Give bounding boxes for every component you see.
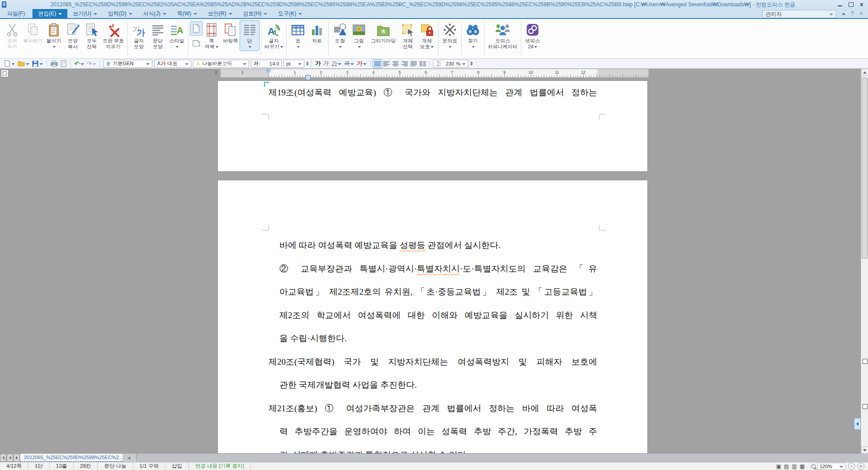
redo-button[interactable]: ↷ — [85, 60, 98, 68]
menu-item[interactable]: 도구(K) — [273, 9, 307, 18]
document-line[interactable]: 제21조(홍보) ① 여성가족부장관은 관계 법률에서 정하는 바에 따라 여성… — [269, 397, 597, 420]
document-line[interactable]: 제20조(국제협력) 국가 및 지방자치단체는 여성폭력방지 및 피해자 보호에 — [269, 350, 597, 374]
font-color-button[interactable]: 가 — [355, 60, 368, 68]
save-button[interactable] — [31, 60, 44, 68]
strikethrough-button[interactable]: 과 — [343, 60, 355, 68]
unit-dropdown[interactable]: pt — [283, 60, 304, 68]
new-document-button[interactable] — [3, 60, 16, 68]
para-shape-button[interactable]: 문단 모양 — [148, 21, 167, 51]
scroll-marker[interactable] — [863, 404, 868, 409]
tab-scroll-right-button[interactable] — [14, 454, 20, 462]
vertical-scrollbar[interactable] — [861, 69, 868, 454]
line-spacing-stepper[interactable] — [470, 61, 473, 66]
style-button[interactable]: A 스타일 — [167, 21, 186, 51]
menu-item[interactable]: 서식(J) — [138, 9, 172, 18]
horizontal-ruler[interactable]: 21 123456789101112 — [220, 69, 649, 78]
document-line[interactable]: 제19조(여성폭력 예방교육) ① 국가와 지방자치단체는 관계 법률에서 정하… — [269, 81, 597, 104]
menu-item[interactable]: 편집(E) — [33, 9, 67, 18]
scroll-up-button[interactable] — [861, 69, 868, 76]
align-left-button[interactable] — [382, 60, 391, 68]
document-page-2[interactable]: 바에 따라 여성폭력 예방교육을 성평등 관점에서 실시한다. ② 교육부장관과… — [217, 180, 648, 454]
document-line[interactable]: 력 추방주간을 운영하여야 하며 이는 성폭력 추방 주간, 가정폭력 추방 주 — [269, 420, 597, 443]
document-line[interactable]: 제2조의 학교에서 여성폭력에 대한 이해와 예방교육을 실시하기 위한 시책 — [269, 304, 597, 327]
master-page-button[interactable]: 바탕쪽 — [221, 21, 240, 45]
bold-button[interactable]: 가 — [314, 60, 322, 68]
document-line[interactable]: 바에 따라 여성폭력 예방교육을 성평등 관점에서 실시한다. — [269, 234, 597, 257]
office-communicator-button[interactable]: 오피스 커뮤니케이터 — [486, 21, 519, 51]
collapse-ribbon-button[interactable] — [842, 13, 845, 15]
shapes-button[interactable]: 도형 — [330, 21, 349, 51]
object-protect-button[interactable]: 개체 보호 — [417, 21, 436, 51]
align-justify-button[interactable] — [373, 60, 382, 68]
change-tracking-status[interactable]: 변경 내용 [기록 중지] — [189, 462, 251, 470]
font-dropdown[interactable]: ⚠ 나눔바른고딕 — [193, 60, 249, 68]
picture-button[interactable]: 그림 — [349, 21, 368, 51]
clipart-button[interactable]: 그리기마당 — [368, 21, 398, 45]
copy-format-button[interactable]: 모양 복사 — [63, 21, 82, 51]
document-line[interactable]: ② 교육부장관과 특별시·광역시·특별자치시·도·특별자치도의 교육감은 「유 — [269, 257, 597, 281]
menu-item[interactable]: 보안(R) — [203, 9, 238, 18]
chart-button[interactable]: 차트 — [307, 21, 326, 45]
scroll-down-button[interactable] — [861, 446, 868, 454]
ruler-corner-button[interactable] — [1, 70, 9, 77]
zoom-in-button[interactable]: + — [858, 463, 864, 470]
zoom-out-button[interactable]: − — [848, 463, 855, 470]
close-document-button[interactable]: × — [859, 10, 863, 17]
close-button[interactable]: × — [860, 2, 863, 7]
char-shape-button[interactable]: 가 가 글자 모양 — [129, 21, 148, 51]
align-right-button[interactable] — [400, 60, 409, 68]
align-distribute-button[interactable] — [409, 60, 418, 68]
view-mode-page-icon[interactable]: ▤ — [784, 463, 789, 470]
charmap-button[interactable]: 문자표 — [440, 21, 459, 51]
open-document-button[interactable] — [16, 60, 31, 68]
clear-markup-button[interactable]: 조판 부호 지우기 — [101, 21, 125, 51]
page-portrait-button[interactable] — [190, 22, 202, 35]
menu-item[interactable]: 보기(U) — [67, 9, 103, 18]
print-button[interactable] — [49, 60, 59, 68]
document-page-1[interactable]: 제19조(여성폭력 예방교육) ① 국가와 지방자치단체는 관계 법률에서 정하… — [217, 80, 648, 172]
line-spacing-input[interactable]: 230 % — [433, 60, 468, 68]
view-mode-split-icon[interactable]: ▥ — [792, 463, 797, 470]
page-landscape-button[interactable] — [190, 36, 202, 50]
object-select-button[interactable]: 개체 선택 — [398, 21, 417, 51]
find-button[interactable]: 찾기 — [463, 21, 482, 51]
maximize-button[interactable] — [849, 2, 854, 7]
table-button[interactable]: 표 — [288, 21, 307, 51]
italic-button[interactable]: 가 — [322, 60, 330, 68]
undo-button[interactable]: ↶ — [73, 60, 85, 68]
document-line[interactable]: 아교육법」 제2조제2호의 유치원, 「초·중등교육법」 제2조 및 「고등교육… — [269, 280, 597, 304]
font-size-input[interactable]: 가↕ 14.0 — [251, 60, 282, 68]
help-button[interactable]: ? — [851, 10, 854, 17]
select-all-button[interactable]: 모두 선택 — [82, 21, 101, 51]
user-account-dropdown[interactable]: 관리자 — [762, 10, 836, 18]
document-line[interactable]: 관한 국제개발협력 사업을 추진한다. — [269, 373, 597, 397]
tab-scroll-left-button[interactable] — [7, 454, 13, 462]
preset-dropdown[interactable]: A가 대표 — [154, 60, 191, 68]
style-dropdown[interactable]: 기본GEN — [104, 60, 152, 68]
menu-item[interactable]: 검토(H) — [238, 9, 273, 18]
horizontal-scrollbar-track[interactable] — [137, 454, 868, 462]
tab-stop-marker[interactable] — [306, 75, 311, 80]
menu-item[interactable]: 입력(D) — [103, 9, 138, 18]
menu-item[interactable]: 쪽(W) — [172, 9, 203, 18]
paste-button[interactable]: 붙이기 — [44, 21, 63, 51]
zoom-level-dropdown[interactable]: 120% — [817, 463, 845, 470]
view-mode-grid-icon[interactable]: ▦ — [800, 463, 805, 470]
scrollbar-thumb[interactable] — [862, 78, 868, 258]
document-tab[interactable]: 2012065_%25EC%259D%2598%25EC%2... — [20, 454, 123, 462]
preview-button[interactable] — [59, 60, 68, 68]
indent-marker[interactable] — [266, 70, 271, 73]
columns-button[interactable]: 단 — [240, 21, 259, 51]
document-line[interactable]: 간, 성매매 추방주간과 통합적으로 실시할 수 있다. — [269, 443, 597, 454]
align-center-button[interactable] — [391, 60, 400, 68]
menu-item-file[interactable]: 파일(F) — [0, 9, 33, 18]
document-line[interactable]: 을 수립·시행한다. — [269, 327, 597, 350]
underline-button[interactable]: 가 — [330, 60, 343, 68]
swap-text-button[interactable]: A a 글자 바꾸기 — [263, 21, 284, 51]
font-size-stepper[interactable] — [306, 61, 309, 66]
tab-scroll-first-button[interactable] — [0, 454, 6, 462]
netffice-button[interactable]: 넷피스 24 — [523, 21, 542, 51]
view-mode-full-icon[interactable]: ▣ — [776, 463, 781, 470]
page-margin-button[interactable]: 쪽 여백 — [202, 21, 221, 51]
add-tab-button[interactable]: + — [123, 454, 137, 462]
